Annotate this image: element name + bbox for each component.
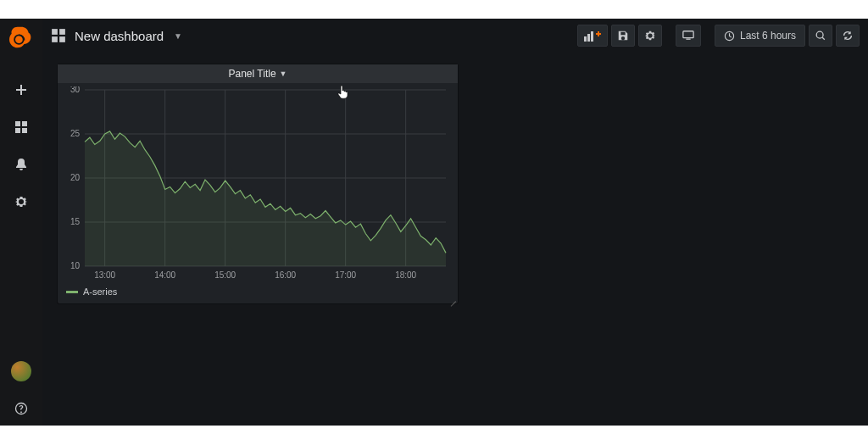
svg-rect-11 [587, 34, 590, 42]
top-bar: New dashboard ▼ [42, 19, 868, 53]
add-panel-button[interactable] [577, 25, 608, 47]
browser-chrome-bottom [0, 426, 868, 434]
panel-title: Panel Title [229, 68, 276, 80]
refresh-button[interactable] [836, 25, 860, 47]
dashboards-icon[interactable] [13, 119, 30, 136]
page-title: New dashboard [75, 29, 164, 43]
legend[interactable]: A-series [58, 283, 458, 303]
svg-text:16:00: 16:00 [275, 270, 296, 280]
svg-rect-12 [591, 31, 593, 42]
grafana-logo-icon[interactable] [9, 25, 33, 49]
svg-text:10: 10 [70, 261, 81, 270]
svg-text:15: 15 [70, 217, 81, 226]
svg-text:20: 20 [70, 173, 81, 182]
save-button[interactable] [611, 25, 635, 47]
zoom-button[interactable] [809, 25, 832, 47]
svg-rect-2 [22, 121, 27, 126]
browser-chrome-top [0, 0, 868, 19]
bell-icon[interactable] [13, 156, 30, 173]
resize-handle[interactable] [449, 295, 456, 302]
svg-text:14:00: 14:00 [154, 270, 175, 280]
svg-rect-13 [683, 31, 693, 38]
chevron-down-icon: ▼ [174, 31, 182, 41]
svg-text:30: 30 [70, 86, 81, 94]
svg-text:17:00: 17:00 [335, 270, 356, 280]
plus-icon[interactable] [13, 81, 30, 98]
settings-button[interactable] [638, 25, 662, 47]
svg-text:13:00: 13:00 [94, 270, 115, 280]
breadcrumb[interactable]: New dashboard ▼ [51, 28, 182, 43]
side-nav [0, 19, 42, 426]
legend-label: A-series [83, 287, 117, 297]
panel-title-button[interactable]: Panel Title ▼ [58, 64, 458, 83]
svg-text:15:00: 15:00 [214, 270, 236, 280]
gear-icon[interactable] [13, 193, 30, 210]
legend-swatch [66, 291, 78, 293]
svg-rect-1 [15, 121, 20, 126]
help-icon[interactable] [13, 400, 30, 417]
time-range-label: Last 6 hours [740, 30, 796, 42]
svg-rect-10 [584, 36, 587, 42]
svg-text:18:00: 18:00 [395, 270, 416, 280]
svg-rect-6 [52, 29, 58, 35]
chevron-down-icon: ▼ [280, 70, 287, 78]
svg-rect-4 [22, 128, 27, 133]
svg-point-16 [816, 31, 823, 38]
svg-rect-3 [15, 128, 20, 133]
svg-rect-14 [686, 39, 690, 40]
svg-rect-8 [52, 36, 58, 42]
svg-text:25: 25 [70, 129, 81, 138]
view-mode-button[interactable] [676, 25, 701, 47]
panel: Panel Title ▼ 101520253013:0014:0015:001… [58, 64, 458, 303]
time-range-button[interactable]: Last 6 hours [715, 25, 805, 47]
avatar[interactable] [11, 361, 31, 381]
svg-rect-9 [59, 36, 65, 42]
chart[interactable]: 101520253013:0014:0015:0016:0017:0018:00 [58, 83, 458, 283]
svg-rect-7 [59, 29, 65, 35]
